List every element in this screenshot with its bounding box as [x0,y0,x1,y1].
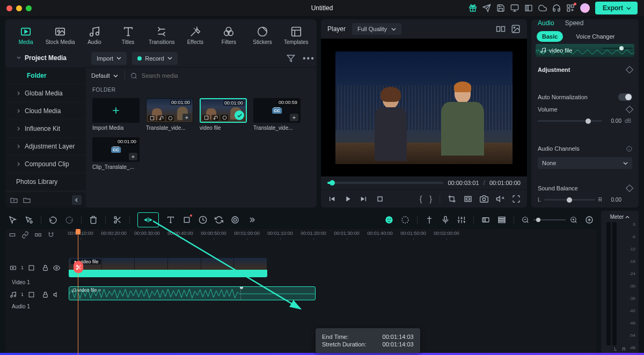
text-tool-icon[interactable] [166,216,175,224]
sidebar-cloud-media[interactable]: Cloud Media [5,102,86,120]
tab-stickers[interactable]: Stickers [247,24,278,47]
balance-slider[interactable] [544,199,595,201]
new-bin-icon[interactable] [23,196,31,204]
auto-normalization-toggle[interactable] [618,93,632,101]
quality-select[interactable]: Full Quality [352,23,401,35]
tab-stock-media[interactable]: Stock Media [45,24,76,47]
sidebar-compound-clip[interactable]: Compound Clip [5,156,86,173]
zoom-fit-icon[interactable] [585,216,594,224]
subtab-voice-changer[interactable]: Voice Changer [570,31,620,42]
meter-label[interactable]: Meter [610,214,630,220]
subtab-basic[interactable]: Basic [537,31,563,42]
tab-media[interactable]: Media [11,24,41,47]
tab-effects[interactable]: Effects [180,24,211,47]
timeline-ruler[interactable]: 00:00:10:0000:00:20:0000:00:30:0000:00:4… [64,231,597,241]
library-icon[interactable] [524,4,533,12]
sort-default[interactable]: Default [91,69,118,82]
mixer-icon[interactable] [457,216,466,224]
tab-transitions[interactable]: Transitions [147,24,177,47]
safe-zone-icon[interactable] [464,195,472,203]
media-thumb[interactable]: Import Media [92,98,140,131]
media-thumb[interactable]: 00:01:00video file [200,98,247,131]
volume-keyframe-icon[interactable] [626,106,633,113]
maximize-window[interactable] [26,5,32,11]
media-thumb[interactable]: 00:01:00CC+Clip_Translate_... [92,137,140,170]
undo-icon[interactable] [49,216,57,224]
playhead[interactable] [78,229,78,355]
rotate-icon[interactable] [215,216,223,224]
picture-icon[interactable] [511,24,521,34]
tab-filters[interactable]: Filters [214,24,244,47]
player-scrubber[interactable]: 00:00:03:01 / 00:01:00:00 [321,176,527,189]
select-tool-icon[interactable] [25,216,33,224]
voiceover-icon[interactable] [441,216,450,224]
search-media[interactable] [125,70,222,81]
sidebar-global-media[interactable]: Global Media [5,85,86,102]
user-avatar[interactable] [580,3,590,13]
record-button[interactable]: Record [132,52,177,65]
audio-stretch-tool[interactable] [137,212,159,227]
snapshot-icon[interactable] [480,195,488,203]
keyframe-icon[interactable] [626,66,633,73]
media-thumb[interactable]: 00:00:59CC+Translate_vide... [253,98,301,131]
timeline-toggle-1-icon[interactable] [9,231,16,239]
volume-slider[interactable] [538,120,602,122]
render-icon[interactable] [481,216,490,224]
tab-templates[interactable]: Templates [281,24,311,47]
zoom-out-icon[interactable] [522,216,529,224]
tab-titles[interactable]: Titles [113,24,143,47]
mute-icon[interactable] [53,291,60,298]
visibility-icon[interactable] [53,264,60,271]
filter-icon[interactable] [287,54,295,63]
snap-icon[interactable] [34,231,42,239]
send-icon[interactable] [482,4,491,12]
speed-icon[interactable] [199,216,207,224]
zoom-in-icon[interactable] [570,216,577,224]
magnet-icon[interactable] [47,231,55,239]
sidebar-influence-kit[interactable]: Influence Kit [5,120,86,138]
lock-icon[interactable] [42,291,49,298]
speaker-icon[interactable] [496,195,504,203]
tab-speed-inspector[interactable]: Speed [565,19,584,31]
compare-icon[interactable] [496,24,506,34]
zoom-control[interactable] [522,216,577,224]
balance-keyframe-icon[interactable] [626,184,633,192]
crop-icon[interactable] [448,195,456,203]
sidebar-project-media[interactable]: Project Media [5,49,86,67]
minimize-window[interactable] [16,5,22,11]
close-window[interactable] [6,5,12,11]
save-icon[interactable] [496,4,505,12]
audio-channels-select[interactable]: None [538,157,632,169]
audio-clip[interactable]: video file» [69,286,316,300]
marker-add-icon[interactable] [401,216,409,224]
mark-out-icon[interactable]: } [429,195,432,203]
media-thumb[interactable]: 00:01:00+Translate_vide... [146,98,193,131]
mark-in-icon[interactable]: { [420,195,422,203]
sidebar-adjustment-layer[interactable]: Adjustment Layer [5,138,86,156]
fullscreen-icon[interactable] [512,195,521,203]
delete-icon[interactable] [89,216,98,224]
lock-icon[interactable] [42,264,49,271]
split-icon[interactable] [113,216,122,224]
crop-tool-icon[interactable] [182,216,191,224]
collapse-sidebar-icon[interactable] [72,195,82,205]
apps-icon[interactable] [566,4,575,12]
marker-icon[interactable] [425,216,434,224]
track-manager-icon[interactable] [497,216,506,224]
redo-icon[interactable] [65,216,74,224]
color-icon[interactable] [231,216,239,224]
link-icon[interactable] [21,231,29,239]
ai-icon[interactable] [385,216,393,224]
sidebar-folder[interactable]: Folder [5,67,86,85]
cloud-icon[interactable] [538,4,547,12]
info-icon[interactable] [626,146,632,152]
more-tools-icon[interactable] [247,216,255,224]
tab-audio-inspector[interactable]: Audio [538,19,554,31]
export-button[interactable]: Export [595,2,638,14]
stop-icon[interactable] [376,195,384,203]
play-icon[interactable] [343,195,352,203]
gift-icon[interactable] [469,4,477,12]
video-clip[interactable]: video file [69,258,267,277]
track-menu-icon[interactable] [28,264,35,271]
tab-audio[interactable]: Audio [79,24,110,47]
